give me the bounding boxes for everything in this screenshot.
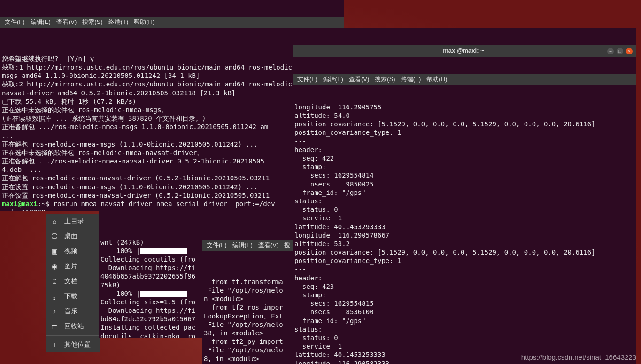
term-line: 获取:1 http://mirrors.ustc.edu.cn/ros/ubun… [2,63,316,71]
term-line: stamp: [294,163,326,170]
term-line: :~$ rosrun nmea_navsat_driver nmea_seria… [38,200,275,208]
home-icon: ⌂ [50,217,59,225]
term-line: ... [2,132,14,139]
term-line: latitude: 40.1453253333 [294,351,386,358]
term-line: from tf2_ros impor [204,303,283,311]
term-line: position_covariance: [5.1529, 0.0, 0.0, … [294,248,595,256]
progress-bar [140,248,187,254]
term-line: 正准备解包 .../ros-melodic-nmea-navsat-driver… [2,157,268,165]
terminal-traceback[interactable]: 文件(F) 编辑(E) 查看(V) 搜 from tf.transforma F… [202,223,296,364]
menu-help[interactable]: 帮助(H) [425,75,449,84]
progress-bar [140,291,187,297]
term-line: 正在选中未选择的软件包 ros-melodic-nmea-navsat-driv… [2,149,203,156]
term-line: from tf2_py import [204,338,283,345]
terminal-gps-output[interactable]: maxi@maxi: ~ – □ × 文件(F) 编辑(E) 查看(V) 搜索(… [293,28,636,364]
term-line: Downloading https://fi [100,264,195,271]
video-icon: ▣ [50,248,59,255]
sidebar-item-video[interactable]: ▣视频 [46,244,100,259]
term-line: header: [294,146,322,154]
term-line: 正准备解包 .../ros-melodic-nmea-msgs_1.1.0-0b… [2,123,268,131]
term-line: header: [294,274,322,282]
term-line: (正在读取数据库 ... 系统当前共安装有 387820 个文件和目录。) [2,115,206,122]
terminal-menubar: 文件(F) 编辑(E) 查看(V) 搜索(S) 终端(T) 帮助(H) [293,74,636,85]
menu-view[interactable]: 查看(V) [54,18,78,27]
terminal-body[interactable]: from tf.transforma File "/opt/ros/melo n… [202,268,296,364]
menu-help[interactable]: 帮助(H) [132,18,156,27]
term-line: 正在设置 ros-melodic-nmea-msgs (1.1.0-0bioni… [2,183,258,191]
term-line: longitude: 116.2905755 [294,103,381,111]
term-line: status: [294,325,322,333]
downloads-icon: ⭳ [50,293,59,300]
term-line: aud:=119200 [2,209,46,211]
term-line: LookupException, Ext [204,312,283,320]
window-titlebar[interactable]: maxi@maxi: ~ – □ × [293,45,636,57]
menu-file[interactable]: 文件(F) [3,18,27,27]
sidebar-item-downloads[interactable]: ⭳下载 [46,289,100,304]
term-line: docutils, catkin-pkg, ro [100,333,195,338]
term-line: 4046b657abb9372202655f96 [100,272,195,280]
term-line: Downloading https://fi [100,307,195,314]
term-line: wnl (247kB) [100,239,144,246]
menu-edit[interactable]: 编辑(E) [231,241,255,250]
menu-search[interactable]: 搜索(S) [373,75,397,84]
term-line: latitude: 40.1453293333 [294,223,386,231]
terminal-body[interactable]: longitude: 116.2905755 altitude: 54.0 po… [293,102,636,364]
sidebar-item-label: 图片 [64,262,77,271]
minimize-button[interactable]: – [607,48,614,54]
menu-search[interactable]: 搜索(S) [80,18,104,27]
terminal-menubar: 文件(F) 编辑(E) 查看(V) 搜索(S) 终端(T) 帮助(H) [0,17,344,28]
sidebar-item-label: 下载 [64,292,77,301]
term-line: seq: 422 [294,155,334,162]
term-line: service: 1 [294,214,342,222]
term-line: frame_id: "/gps" [294,189,366,196]
menu-terminal[interactable]: 终端(T) [107,18,131,27]
sidebar-item-home[interactable]: ⌂主目录 [46,214,100,229]
menu-file[interactable]: 文件(F) [205,241,229,250]
sidebar-item-pictures[interactable]: ◉图片 [46,259,100,274]
term-line: File "/opt/ros/melo [204,321,283,328]
term-line: 您希望继续执行吗? [Y/n] y [2,55,94,62]
term-line: 8, in <module> [204,355,259,363]
term-line: altitude: 54.0 [294,112,350,119]
term-line: status: 0 [294,206,338,213]
sidebar-item-other[interactable]: +其他位置 [46,337,100,352]
sidebar-item-music[interactable]: ♪音乐 [46,304,100,319]
sidebar-item-label: 其他位置 [64,341,91,349]
sidebar-separator [46,335,100,336]
menu-terminal[interactable]: 终端(T) [399,75,423,84]
term-line: 正在解包 ros-melodic-nmea-navsat-driver (0.5… [2,174,270,182]
term-line: altitude: 53.2 [294,240,350,248]
close-button[interactable]: × [626,48,633,54]
menu-view[interactable]: 查看(V) [256,241,280,250]
menu-edit[interactable]: 编辑(E) [29,18,53,27]
sidebar-item-label: 回收站 [64,322,84,331]
term-line: status: [294,197,322,205]
sidebar-item-label: 主目录 [64,217,84,225]
maximize-button[interactable]: □ [617,48,623,54]
sidebar-item-trash[interactable]: 🗑回收站 [46,319,100,334]
menu-file[interactable]: 文件(F) [295,75,319,84]
menu-search[interactable]: 搜 [282,241,292,250]
term-line: seq: 423 [294,283,334,290]
term-line: secs: 1629554815 [294,300,374,307]
terminal-menubar: 文件(F) 编辑(E) 查看(V) 搜 [202,240,296,251]
term-line: Collecting docutils (fro [100,256,195,263]
sidebar-item-label: 视频 [64,247,77,256]
term-line: --- [294,138,306,145]
sidebar-item-desktop[interactable]: 🖵桌面 [46,229,100,244]
term-line: longitude: 116.290582333 [294,360,389,364]
term-line: 正在设置 ros-melodic-nmea-navsat-driver (0.5… [2,192,270,199]
term-line: 正在选中未选择的软件包 ros-melodic-nmea-msgs。 [2,106,168,114]
term-line: 正在解包 ros-melodic-nmea-msgs (1.1.0-0bioni… [2,140,258,148]
term-line: nsecs: 9850025 [294,180,374,188]
files-places-sidebar: ⌂主目录 🖵桌面 ▣视频 ◉图片 🗎文档 ⭳下载 ♪音乐 🗑回收站 +其他位置 [46,214,100,352]
term-line: n <module> [204,295,243,302]
term-line: 75kB) [100,281,120,289]
term-line: service: 1 [294,342,342,350]
term-line: 100% | [100,247,140,255]
menu-edit[interactable]: 编辑(E) [321,75,345,84]
sidebar-item-documents[interactable]: 🗎文档 [46,274,100,289]
pictures-icon: ◉ [50,263,59,270]
menu-view[interactable]: 查看(V) [347,75,371,84]
sidebar-item-label: 文档 [64,277,77,286]
